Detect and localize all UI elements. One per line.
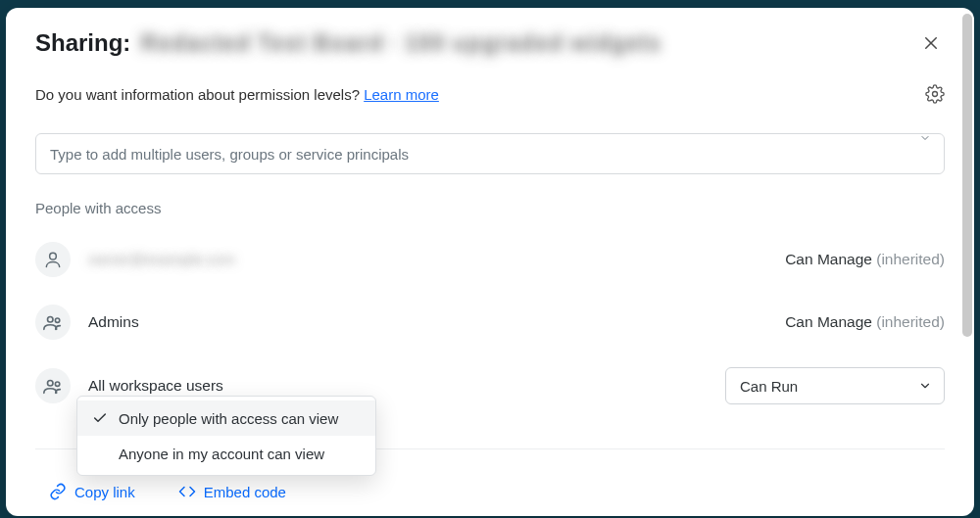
svg-point-6: [48, 381, 54, 387]
avatar: [35, 242, 71, 277]
person-row: Admins Can Manage (inherited): [35, 291, 945, 353]
visibility-option-label: Anyone in my account can view: [119, 446, 324, 462]
info-text: Do you want information about permission…: [35, 86, 364, 103]
permission-select-value: Can Run: [740, 378, 798, 395]
principal-search-input[interactable]: [35, 133, 945, 174]
link-icon: [49, 483, 67, 500]
code-icon: [178, 483, 196, 500]
modal-header: Sharing: Redacted Test Board · 100 upgra…: [35, 29, 945, 57]
group-icon: [42, 375, 64, 397]
svg-point-5: [55, 318, 59, 322]
copy-link-button[interactable]: Copy link: [49, 483, 135, 500]
svg-point-3: [50, 253, 57, 259]
avatar: [35, 368, 71, 403]
people-list: owner@example.com Can Manage (inherited)…: [35, 228, 945, 418]
person-name: Admins: [88, 313, 785, 331]
people-with-access-label: People with access: [35, 200, 945, 216]
learn-more-link[interactable]: Learn more: [364, 86, 439, 103]
modal-footer: Copy link Embed code: [49, 483, 286, 500]
avatar: [35, 305, 71, 340]
person-icon: [43, 250, 63, 269]
group-icon: [42, 311, 64, 333]
visibility-option[interactable]: Anyone in my account can view: [77, 436, 375, 471]
svg-point-4: [48, 317, 54, 323]
visibility-option[interactable]: Only people with access can view: [77, 400, 375, 436]
chevron-down-icon: [918, 379, 932, 393]
visibility-option-label: Only people with access can view: [119, 410, 338, 427]
check-icon: [92, 410, 108, 426]
copy-link-label: Copy link: [74, 484, 135, 500]
gear-icon: [925, 84, 945, 104]
visibility-dropdown: Only people with access can view Anyone …: [76, 396, 376, 476]
person-name: All workspace users: [88, 377, 725, 395]
svg-point-2: [933, 92, 938, 97]
svg-point-7: [55, 382, 59, 386]
info-row: Do you want information about permission…: [35, 84, 945, 104]
permission-select[interactable]: Can Run: [725, 367, 945, 404]
close-button[interactable]: [917, 29, 945, 57]
person-row: owner@example.com Can Manage (inherited): [35, 228, 945, 291]
sharing-modal: Sharing: Redacted Test Board · 100 upgra…: [6, 8, 974, 516]
embed-code-button[interactable]: Embed code: [178, 483, 286, 500]
permission-label: Can Manage (inherited): [785, 313, 945, 331]
sharing-title-prefix: Sharing:: [35, 29, 130, 57]
permission-label: Can Manage (inherited): [785, 251, 945, 268]
sharing-title-obscured: Redacted Test Board · 100 upgraded widge…: [140, 29, 661, 57]
embed-code-label: Embed code: [204, 484, 286, 500]
close-icon: [922, 34, 940, 52]
settings-button[interactable]: [925, 84, 945, 104]
person-name-obscured: owner@example.com: [88, 251, 785, 268]
